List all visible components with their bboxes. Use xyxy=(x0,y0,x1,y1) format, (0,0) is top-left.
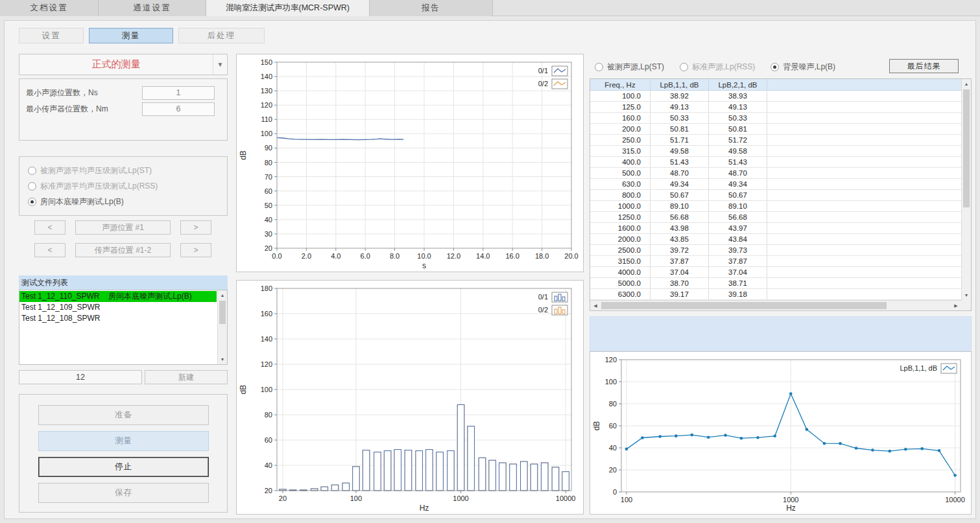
param-row: 最小传声器位置数，Nm6 xyxy=(26,102,227,116)
top-tab-1[interactable]: 文档设置 xyxy=(0,0,99,16)
scrollbar-thumb[interactable] xyxy=(219,301,226,324)
table-header-row: Freq., HzLpB,1,1, dBLpB,2,1, dB xyxy=(590,79,961,91)
table-row[interactable]: 250.051.7151.72 xyxy=(590,135,961,146)
table-cell: 37.04 xyxy=(709,267,767,277)
background-noise-chart: 020406080100120100100010000dBHzLpB,1,1, … xyxy=(590,351,972,515)
svg-text:20: 20 xyxy=(279,494,287,502)
file-list-item[interactable]: Test 1_12_108_SPWR xyxy=(19,313,217,324)
svg-text:160: 160 xyxy=(261,310,272,318)
prepare-button[interactable]: 准备 xyxy=(38,405,209,425)
table-row[interactable]: 3150.037.8737.87 xyxy=(590,256,961,267)
svg-text:0/1: 0/1 xyxy=(538,293,548,301)
top-tab-4[interactable]: 报告 xyxy=(370,0,493,16)
file-list-item[interactable]: Test 1_12_110_SPWR房间本底噪声测试,Lp(B) xyxy=(19,291,217,302)
scrollbar-corner xyxy=(961,300,971,310)
svg-text:80: 80 xyxy=(265,411,272,419)
final-result-button[interactable]: 最后结果 xyxy=(889,59,959,73)
save-button[interactable]: 保存 xyxy=(38,483,209,503)
microphone-position-button[interactable]: 传声器位置 #1-2 xyxy=(75,243,171,257)
scroll-up-icon[interactable]: ▲ xyxy=(218,290,227,300)
table-cell: 800.0 xyxy=(590,190,651,200)
table-row[interactable]: 500.048.7048.70 xyxy=(590,168,961,179)
table-row[interactable]: 1600.043.9843.97 xyxy=(590,223,961,234)
table-vertical-scrollbar[interactable]: ▲ ▼ xyxy=(961,79,971,300)
scrollbar-thumb[interactable] xyxy=(963,89,970,207)
table-cell: 56.68 xyxy=(709,212,767,222)
header-filler xyxy=(767,79,961,90)
table-row[interactable]: 630.049.3449.34 xyxy=(590,179,961,190)
sub-tab-2[interactable]: 测量 xyxy=(89,28,173,43)
table-cell: 50.81 xyxy=(651,124,709,134)
chevron-down-icon[interactable]: ▼ xyxy=(213,54,227,75)
table-row[interactable]: 6300.039.1739.18 xyxy=(590,289,961,300)
file-number-row: 12 新建 xyxy=(19,370,228,384)
stop-button[interactable]: 停止 xyxy=(38,457,209,477)
table-horizontal-scrollbar[interactable]: ◀ ▶ xyxy=(590,300,961,310)
file-number-input[interactable]: 12 xyxy=(19,370,142,384)
microphone-position-next-button[interactable]: > xyxy=(180,243,211,257)
table-row[interactable]: 1000.089.1089.10 xyxy=(590,201,961,212)
spectrum-svg: 2040608010012014016018020100100010000dBH… xyxy=(237,281,583,514)
file-list-scrollbar[interactable]: ▲ ▼ xyxy=(217,290,227,364)
new-file-button[interactable]: 新建 xyxy=(145,370,228,384)
table-row[interactable]: 400.051.4351.43 xyxy=(590,157,961,168)
file-description: 房间本底噪声测试,Lp(B) xyxy=(108,292,192,301)
microphone-position-prev-button[interactable]: < xyxy=(34,243,66,257)
table-row[interactable]: 4000.037.0437.04 xyxy=(590,267,961,278)
source-position-row: <声源位置 #1> xyxy=(19,220,228,235)
table-row[interactable]: 800.050.6750.67 xyxy=(590,190,961,201)
svg-text:150: 150 xyxy=(261,58,272,66)
scrollbar-thumb[interactable] xyxy=(601,302,887,309)
table-row[interactable]: 125.049.1349.13 xyxy=(590,102,961,113)
radio-option[interactable]: 被测声源平均声压级测试,Lp(ST) xyxy=(28,163,227,178)
table-row[interactable]: 315.049.5849.58 xyxy=(590,146,961,157)
param-value-input[interactable]: 1 xyxy=(142,86,215,100)
top-tab-3[interactable]: 混响室法测试声功率(MCR-SPWR) xyxy=(206,0,370,16)
sub-tab-3[interactable]: 后处理 xyxy=(178,28,265,43)
file-list-header: 测试文件列表 xyxy=(19,275,228,290)
table-cell: 38.93 xyxy=(709,91,767,101)
svg-text:130: 130 xyxy=(261,87,272,95)
table-row[interactable]: 5000.038.7038.71 xyxy=(590,278,961,289)
radio-option[interactable]: 房间本底噪声测试,Lp(B) xyxy=(28,194,227,209)
table-cell: 37.04 xyxy=(651,267,709,277)
radio-option[interactable]: 标准声源,Lp(RSS) xyxy=(680,59,755,75)
source-position-button[interactable]: 声源位置 #1 xyxy=(75,220,171,235)
table-row[interactable]: 2500.039.7239.73 xyxy=(590,245,961,256)
svg-text:Hz: Hz xyxy=(786,504,796,513)
svg-text:dB: dB xyxy=(592,421,601,431)
table-row[interactable]: 160.050.3350.33 xyxy=(590,113,961,124)
table-cell: 1250.0 xyxy=(590,212,651,222)
table-cell: 49.13 xyxy=(651,102,709,112)
scroll-left-icon[interactable]: ◀ xyxy=(590,301,601,310)
measurement-mode-select[interactable]: 正式的测量 ▼ xyxy=(19,54,228,75)
tab-strip-filler xyxy=(493,0,980,16)
radio-option[interactable]: 背景噪声,Lp(B) xyxy=(771,59,835,75)
table-row[interactable]: 1250.056.6856.68 xyxy=(590,212,961,223)
scroll-up-icon[interactable]: ▲ xyxy=(962,79,971,89)
table-row[interactable]: 100.038.9238.93 xyxy=(590,91,961,102)
table-cell: 50.33 xyxy=(709,113,767,123)
source-position-next-button[interactable]: > xyxy=(180,220,211,235)
radio-option[interactable]: 被测声源,Lp(ST) xyxy=(595,59,664,75)
scroll-right-icon[interactable]: ▶ xyxy=(951,301,961,310)
measure-button[interactable]: 测量 xyxy=(38,431,209,451)
table-cell: 49.34 xyxy=(651,179,709,189)
svg-text:0/2: 0/2 xyxy=(538,80,548,87)
file-list[interactable]: Test 1_12_110_SPWR房间本底噪声测试,Lp(B)Test 1_1… xyxy=(19,290,228,365)
scroll-down-icon[interactable]: ▼ xyxy=(218,354,227,364)
table-cell: 51.43 xyxy=(709,157,767,167)
table-cell: 3150.0 xyxy=(590,256,651,266)
file-list-item[interactable]: Test 1_12_109_SPWR xyxy=(19,302,217,313)
svg-text:0: 0 xyxy=(613,488,617,496)
radio-option[interactable]: 标准声源平均声压级测试,Lp(RSS) xyxy=(28,178,227,194)
source-position-prev-button[interactable]: < xyxy=(34,220,66,235)
svg-text:dB: dB xyxy=(239,385,248,395)
table-row[interactable]: 2000.043.8543.84 xyxy=(590,234,961,245)
top-tab-2[interactable]: 通道设置 xyxy=(99,0,206,16)
scroll-down-icon[interactable]: ▼ xyxy=(962,290,971,300)
table-row[interactable]: 200.050.8150.81 xyxy=(590,124,961,135)
svg-text:4.0: 4.0 xyxy=(331,252,341,260)
param-value-input[interactable]: 6 xyxy=(142,102,215,116)
sub-tab-1[interactable]: 设置 xyxy=(19,28,84,43)
